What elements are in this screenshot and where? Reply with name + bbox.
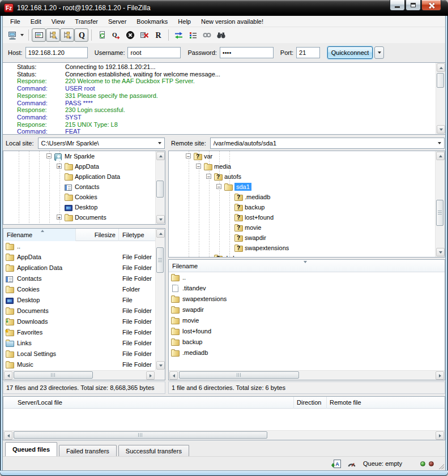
tree-item-movie[interactable]: movie xyxy=(169,222,435,233)
scroll-left-icon[interactable] xyxy=(4,431,12,440)
scrollbar-thumb[interactable] xyxy=(14,431,267,439)
password-input[interactable] xyxy=(220,47,274,58)
column-header-filetype[interactable]: Filetype xyxy=(119,229,156,241)
tree-item-swapdir[interactable]: swapdir xyxy=(169,233,435,243)
file-row-desktop[interactable]: DesktopFile xyxy=(3,295,155,306)
menu-item-server[interactable]: Server xyxy=(103,17,131,26)
scroll-down-icon[interactable] xyxy=(156,361,165,370)
remote-tree-scrollbar[interactable] xyxy=(435,151,445,257)
tree-item-backup[interactable]: backup xyxy=(169,202,435,212)
scrollbar-thumb[interactable] xyxy=(14,371,93,379)
toggle-queue-button[interactable]: Q xyxy=(74,28,88,42)
scroll-up-icon[interactable] xyxy=(436,152,445,160)
tab-successful-transfers[interactable]: Successful transfers xyxy=(118,445,189,456)
tree-item-desktop[interactable]: Desktop xyxy=(3,202,155,212)
scroll-down-icon[interactable] xyxy=(156,215,165,224)
maximize-button[interactable] xyxy=(406,0,421,11)
username-input[interactable] xyxy=(127,47,181,58)
file-row-[interactable]: .. xyxy=(3,241,155,252)
queue-hscrollbar[interactable] xyxy=(3,430,445,440)
quickconnect-dropdown[interactable] xyxy=(374,46,384,59)
file-row-documents[interactable]: DocumentsFile Folder xyxy=(3,306,155,316)
tree-expander-minus-icon[interactable]: − xyxy=(46,153,52,158)
file-row-lost-found[interactable]: lost+found xyxy=(169,326,445,337)
tab-failed-transfers[interactable]: Failed transfers xyxy=(59,445,117,456)
file-row-links[interactable]: LinksFile Folder xyxy=(3,338,155,349)
file-row-local-settings[interactable]: Local SettingsFile Folder xyxy=(3,349,155,359)
process-queue-button[interactable]: Q xyxy=(109,28,123,42)
message-log-scrollbar[interactable] xyxy=(436,63,445,134)
disconnect-button[interactable] xyxy=(137,28,151,42)
scrollbar-thumb[interactable] xyxy=(179,371,299,379)
filter-button[interactable] xyxy=(214,28,228,42)
menu-item-edit[interactable]: Edit xyxy=(25,17,46,26)
remote-list-hscrollbar[interactable] xyxy=(169,370,445,380)
column-header-filename[interactable]: Filename xyxy=(3,229,76,241)
remote-site-combo[interactable]: /var/media/autofs/sda1 xyxy=(210,138,445,149)
tree-item-appdata[interactable]: +AppData xyxy=(3,161,155,171)
tree-expander-minus-icon[interactable]: − xyxy=(206,174,211,179)
tree-item-var[interactable]: −var xyxy=(169,151,435,161)
scroll-right-icon[interactable] xyxy=(436,371,444,380)
queue-column-local-file[interactable]: Server/Local file xyxy=(18,399,62,406)
scroll-down-icon[interactable] xyxy=(437,125,445,134)
host-input[interactable] xyxy=(25,47,88,58)
close-button[interactable] xyxy=(421,0,441,11)
tree-item-downloads[interactable]: +Downloads xyxy=(3,222,155,225)
scroll-up-icon[interactable] xyxy=(437,63,445,72)
menu-item-transfer[interactable]: Transfer xyxy=(70,17,103,26)
refresh-button[interactable] xyxy=(95,28,109,42)
file-row-appdata[interactable]: AppDataFile Folder xyxy=(3,252,155,263)
file-row-downloads[interactable]: DownloadsFile Folder xyxy=(3,316,155,327)
file-row-mediadb[interactable]: .mediadb xyxy=(169,348,445,358)
file-row-contacts[interactable]: ContactsFile Folder xyxy=(3,273,155,284)
file-row-cookies[interactable]: CookiesFolder xyxy=(3,284,155,295)
tree-item-mediadb[interactable]: .mediadb xyxy=(169,192,435,202)
tree-item-mr-sparkle[interactable]: −Mr Sparkle xyxy=(3,151,155,161)
port-input[interactable] xyxy=(296,47,320,58)
tree-item-application-data[interactable]: Application Data xyxy=(3,171,155,182)
titlebar[interactable]: Fz 192.168.1.20 - root@192.168.1.20 - Fi… xyxy=(0,0,448,16)
local-list-vscrollbar[interactable] xyxy=(155,229,165,370)
tree-item-cookies[interactable]: Cookies xyxy=(3,192,155,202)
scroll-left-icon[interactable] xyxy=(4,371,12,380)
tree-item-autofs[interactable]: −autofs xyxy=(169,171,435,182)
scrollbar-thumb[interactable] xyxy=(156,247,164,273)
menu-item-view[interactable]: View xyxy=(46,17,70,26)
scroll-down-icon[interactable] xyxy=(436,248,445,256)
column-header-filesize[interactable]: Filesize xyxy=(76,229,119,241)
tab-queued-files[interactable]: Queued files xyxy=(5,442,57,456)
scroll-right-icon[interactable] xyxy=(146,371,155,380)
file-row-[interactable]: .. xyxy=(169,272,445,283)
queue-column-direction[interactable]: Direction xyxy=(297,399,321,406)
tree-item-swapextensions[interactable]: swapextensions xyxy=(169,243,435,253)
tree-item-lost-found[interactable]: lost+found xyxy=(169,212,435,222)
synchronized-browsing-button[interactable] xyxy=(200,28,214,42)
menu-item-bookmarks[interactable]: Bookmarks xyxy=(131,17,173,26)
file-row-backup[interactable]: backup xyxy=(169,337,445,348)
tree-item-media[interactable]: −media xyxy=(169,161,435,171)
reconnect-button[interactable]: R xyxy=(151,28,165,42)
file-row-application-data[interactable]: Application DataFile Folder xyxy=(3,263,155,273)
local-site-combo[interactable]: C:\Users\Mr Sparkle\ xyxy=(38,138,165,149)
scroll-right-icon[interactable] xyxy=(436,431,444,440)
scroll-up-icon[interactable] xyxy=(156,152,165,160)
cancel-button[interactable] xyxy=(123,28,137,42)
minimize-button[interactable] xyxy=(390,0,405,11)
toggle-message-log-button[interactable] xyxy=(32,28,46,42)
tree-item-contacts[interactable]: Contacts xyxy=(3,182,155,192)
scroll-up-icon[interactable] xyxy=(156,229,165,238)
scrollbar-thumb[interactable] xyxy=(436,200,443,226)
resize-grip[interactable] xyxy=(438,464,444,469)
scrollbar-thumb[interactable] xyxy=(437,73,444,88)
tree-expander-minus-icon[interactable]: − xyxy=(216,184,221,189)
menu-item-new-version-available[interactable]: New version available! xyxy=(196,17,268,26)
menu-item-help[interactable]: Help xyxy=(173,17,196,26)
toggle-local-tree-button[interactable]: L xyxy=(46,28,60,42)
speed-limits-icon[interactable] xyxy=(347,460,356,468)
directory-listing-button[interactable] xyxy=(186,28,200,42)
file-row-favorites[interactable]: FavoritesFile Folder xyxy=(3,327,155,338)
toggle-remote-tree-button[interactable]: F xyxy=(60,28,74,42)
file-row-swapextensions[interactable]: swapextensions xyxy=(169,294,445,305)
tree-item-documents[interactable]: +Documents xyxy=(3,212,155,222)
